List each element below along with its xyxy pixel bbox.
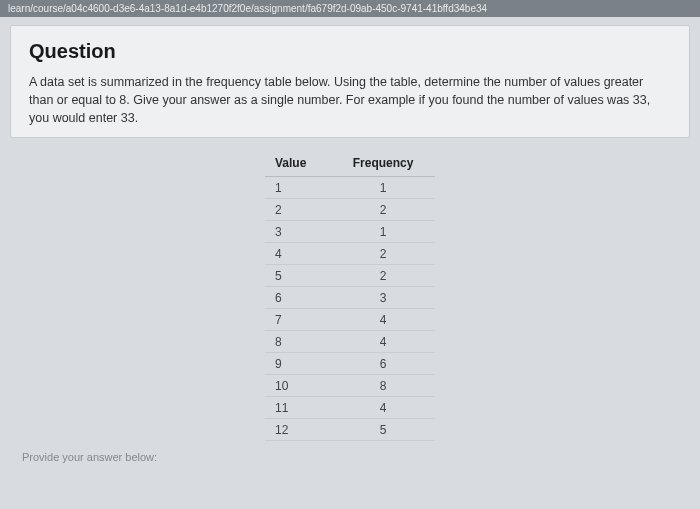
cell-frequency: 2 bbox=[331, 243, 435, 265]
url-text: learn/course/a04c4600-d3e6-4a13-8a1d-e4b… bbox=[8, 3, 487, 14]
cell-frequency: 2 bbox=[331, 265, 435, 287]
table-row: 108 bbox=[265, 375, 435, 397]
table-row: 74 bbox=[265, 309, 435, 331]
cell-frequency: 5 bbox=[331, 419, 435, 441]
frequency-table: Value Frequency 112231425263748496108114… bbox=[265, 152, 435, 441]
table-row: 96 bbox=[265, 353, 435, 375]
question-heading: Question bbox=[29, 40, 671, 63]
header-frequency: Frequency bbox=[331, 152, 435, 177]
cell-frequency: 6 bbox=[331, 353, 435, 375]
cell-value: 5 bbox=[265, 265, 331, 287]
cell-frequency: 1 bbox=[331, 221, 435, 243]
table-row: 114 bbox=[265, 397, 435, 419]
cell-value: 7 bbox=[265, 309, 331, 331]
table-header-row: Value Frequency bbox=[265, 152, 435, 177]
table-row: 52 bbox=[265, 265, 435, 287]
question-card: Question A data set is summarized in the… bbox=[10, 25, 690, 138]
cell-value: 11 bbox=[265, 397, 331, 419]
table-row: 84 bbox=[265, 331, 435, 353]
table-row: 125 bbox=[265, 419, 435, 441]
table-row: 42 bbox=[265, 243, 435, 265]
cell-value: 3 bbox=[265, 221, 331, 243]
cell-frequency: 2 bbox=[331, 199, 435, 221]
cell-frequency: 4 bbox=[331, 331, 435, 353]
table-row: 31 bbox=[265, 221, 435, 243]
cell-value: 12 bbox=[265, 419, 331, 441]
cell-value: 9 bbox=[265, 353, 331, 375]
table-row: 22 bbox=[265, 199, 435, 221]
cell-value: 10 bbox=[265, 375, 331, 397]
cell-value: 2 bbox=[265, 199, 331, 221]
question-prompt: A data set is summarized in the frequenc… bbox=[29, 73, 671, 127]
table-row: 11 bbox=[265, 177, 435, 199]
table-row: 63 bbox=[265, 287, 435, 309]
cell-value: 4 bbox=[265, 243, 331, 265]
frequency-table-wrap: Value Frequency 112231425263748496108114… bbox=[265, 152, 435, 441]
cell-value: 1 bbox=[265, 177, 331, 199]
cell-frequency: 8 bbox=[331, 375, 435, 397]
cell-value: 8 bbox=[265, 331, 331, 353]
answer-prompt-label: Provide your answer below: bbox=[22, 451, 700, 463]
cell-value: 6 bbox=[265, 287, 331, 309]
url-bar: learn/course/a04c4600-d3e6-4a13-8a1d-e4b… bbox=[0, 0, 700, 17]
cell-frequency: 4 bbox=[331, 397, 435, 419]
cell-frequency: 1 bbox=[331, 177, 435, 199]
header-value: Value bbox=[265, 152, 331, 177]
cell-frequency: 3 bbox=[331, 287, 435, 309]
cell-frequency: 4 bbox=[331, 309, 435, 331]
